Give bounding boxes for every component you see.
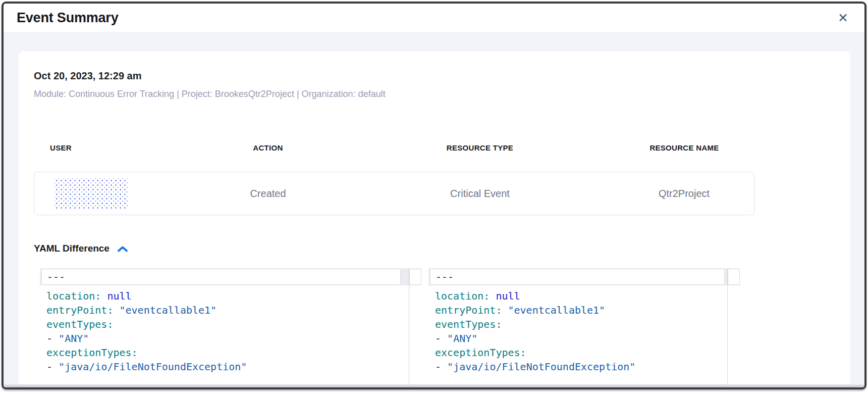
page-title: Event Summary xyxy=(17,10,118,26)
first-line-strip: --- xyxy=(40,268,421,285)
modal-header: Event Summary ✕ xyxy=(4,4,864,33)
first-line-box: --- xyxy=(41,269,401,285)
column-header-resource-name: RESOURCE NAME xyxy=(614,143,754,153)
resource-type-cell: Critical Event xyxy=(346,188,614,200)
column-header-resource-type: RESOURCE TYPE xyxy=(346,143,614,153)
table-row: Created Critical Event Qtr2Project xyxy=(34,172,754,215)
event-timestamp: Oct 20, 2023, 12:29 am xyxy=(34,70,835,82)
editor-right-border xyxy=(409,268,409,387)
chevron-up-icon[interactable] xyxy=(116,244,129,254)
yaml-difference-label: YAML Difference xyxy=(34,242,110,255)
first-line-strip: --- xyxy=(428,268,739,285)
resource-name-cell: Qtr2Project xyxy=(614,188,754,200)
yaml-difference-toggle[interactable]: YAML Difference xyxy=(34,242,170,255)
editor-right-border xyxy=(727,268,728,387)
redacted-user-avatar xyxy=(55,178,129,209)
close-icon[interactable]: ✕ xyxy=(835,10,851,26)
event-card: Oct 20, 2023, 12:29 am Module: Continuou… xyxy=(19,51,850,387)
yaml-code-after[interactable]: location: nullentryPoint: "eventcallable… xyxy=(428,285,740,374)
yaml-diff-view: --- location: nullentryPoint: "eventcall… xyxy=(40,268,741,387)
event-meta: Module: Continuous Error Tracking | Proj… xyxy=(34,88,835,100)
yaml-editor-after[interactable]: --- location: nullentryPoint: "eventcall… xyxy=(428,268,740,387)
editor-scrollbar-thumb[interactable] xyxy=(728,269,740,285)
column-header-user: USER xyxy=(34,143,190,153)
modal-bottom-cut-edge xyxy=(4,384,864,387)
event-summary-modal: Event Summary ✕ Oct 20, 2023, 12:29 am M… xyxy=(2,2,866,389)
first-line-box: --- xyxy=(430,269,725,285)
table-header-row: USER ACTION RESOURCE TYPE RESOURCE NAME xyxy=(34,143,754,153)
user-cell xyxy=(34,178,190,209)
yaml-editor-before[interactable]: --- location: nullentryPoint: "eventcall… xyxy=(40,268,409,387)
yaml-code-before[interactable]: location: nullentryPoint: "eventcallable… xyxy=(40,285,409,374)
action-cell: Created xyxy=(190,188,346,200)
editor-scrollbar-thumb[interactable] xyxy=(409,269,421,285)
column-header-action: ACTION xyxy=(190,143,346,153)
modal-body: Oct 20, 2023, 12:29 am Module: Continuou… xyxy=(4,33,864,387)
